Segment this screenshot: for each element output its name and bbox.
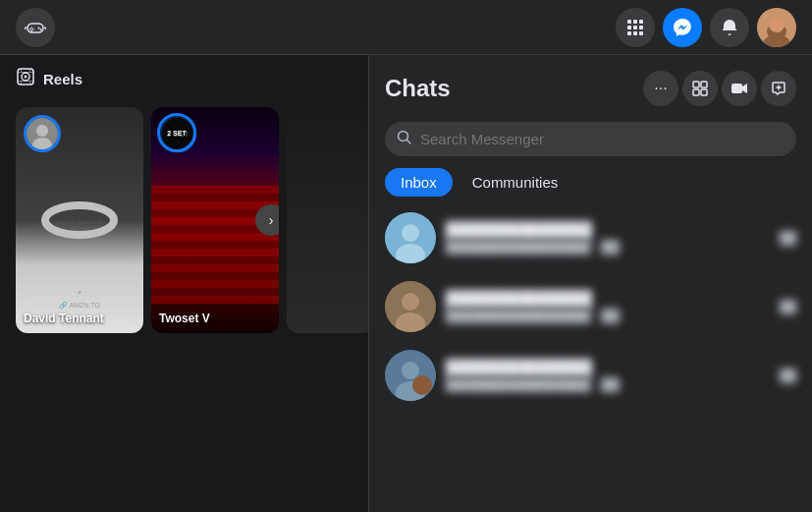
chats-actions: ··· — [643, 71, 796, 106]
chat-time-2: ██ — [780, 300, 796, 313]
svg-rect-15 — [639, 31, 643, 35]
chat-avatar-2 — [385, 281, 436, 332]
chat-name-1: ██████████████ — [446, 221, 770, 238]
theater-seats — [151, 186, 279, 304]
reel-name-1: David Tennant — [24, 312, 135, 325]
svg-rect-11 — [633, 26, 637, 29]
tab-communities[interactable]: Communities — [457, 168, 574, 197]
chat-name-3: ██████████████ — [446, 359, 770, 375]
reel-avatar-1 — [24, 115, 61, 152]
svg-rect-9 — [639, 20, 643, 24]
expand-btn[interactable] — [682, 71, 718, 106]
svg-rect-37 — [701, 89, 707, 95]
svg-rect-0 — [27, 24, 43, 32]
svg-rect-36 — [693, 89, 699, 95]
svg-point-6 — [40, 28, 42, 30]
bell-icon-btn[interactable] — [710, 8, 749, 47]
svg-rect-23 — [18, 72, 33, 73]
gamepad-icon[interactable] — [16, 8, 55, 47]
search-input[interactable] — [420, 131, 785, 147]
svg-rect-3 — [32, 28, 34, 30]
chat-item-1[interactable]: ██████████████ ████████████████ · ██ ██ — [377, 204, 804, 271]
video-call-btn[interactable] — [722, 71, 757, 106]
reel-card-david-tennant[interactable]: HELLO SWEETIE · · · ♥ · · · 🔗 AMZN.TO Da… — [16, 107, 143, 333]
svg-point-45 — [402, 293, 419, 311]
chat-preview-2: ████████████████ · ██ — [446, 309, 770, 323]
reel-card-3[interactable] — [287, 107, 368, 333]
chat-time-3: ██ — [780, 369, 796, 382]
tab-inbox[interactable]: Inbox — [385, 168, 453, 197]
svg-rect-26 — [29, 69, 30, 72]
main-content: Reels HELLO SWEETIE — [0, 55, 812, 512]
svg-rect-34 — [693, 82, 699, 87]
search-icon — [397, 130, 412, 148]
chat-item-3[interactable]: ██████████████ ████████████████ · ██ ██ — [377, 342, 804, 409]
svg-rect-14 — [633, 31, 637, 35]
reels-container: HELLO SWEETIE · · · ♥ · · · 🔗 AMZN.TO Da… — [0, 103, 368, 337]
svg-point-50 — [412, 375, 432, 395]
chat-info-1: ██████████████ ████████████████ · ██ — [446, 221, 770, 255]
chats-header: Chats ··· — [369, 55, 812, 114]
chat-preview-1: ████████████████ · ██ — [446, 240, 770, 255]
tabs-row: Inbox Communities — [369, 164, 812, 204]
next-reel-btn[interactable]: › — [255, 204, 279, 236]
chats-title: Chats — [385, 75, 451, 102]
svg-rect-35 — [701, 82, 707, 87]
svg-point-5 — [38, 27, 40, 28]
svg-rect-24 — [18, 81, 33, 82]
svg-rect-13 — [627, 31, 631, 35]
svg-rect-2 — [29, 28, 31, 30]
reel-name-2: Twoset V — [159, 312, 271, 325]
svg-point-30 — [36, 125, 48, 137]
svg-point-42 — [402, 224, 419, 242]
svg-rect-25 — [21, 69, 22, 72]
svg-rect-1 — [31, 27, 33, 28]
svg-point-22 — [25, 76, 27, 79]
reel-card-twoset[interactable]: 2 SET 2 SET Twoset V › — [151, 107, 279, 333]
svg-point-18 — [769, 17, 785, 32]
reel-dots: · · · ♥ · · · — [66, 289, 93, 296]
svg-point-48 — [402, 362, 419, 379]
chat-item-2[interactable]: ██████████████ ████████████████ · ██ ██ — [377, 273, 804, 340]
user-avatar-btn[interactable] — [757, 8, 796, 47]
more-options-btn[interactable]: ··· — [643, 71, 678, 106]
reels-label: Reels — [43, 71, 82, 87]
svg-rect-12 — [639, 26, 643, 29]
svg-rect-8 — [633, 20, 637, 24]
svg-rect-38 — [731, 84, 742, 93]
reel-amazon-link: 🔗 AMZN.TO — [59, 302, 100, 310]
nav-left — [16, 8, 55, 47]
svg-rect-4 — [31, 29, 33, 31]
svg-rect-7 — [627, 20, 631, 24]
chats-panel: Chats ··· — [368, 55, 812, 512]
chat-info-3: ██████████████ ████████████████ · ██ — [446, 359, 770, 392]
svg-rect-27 — [21, 82, 22, 85]
chat-preview-3: ████████████████ · ██ — [446, 377, 770, 392]
chat-info-2: ██████████████ ████████████████ · ██ — [446, 290, 770, 323]
reels-header: Reels — [0, 55, 368, 103]
chat-avatar-1 — [385, 212, 436, 263]
svg-line-40 — [407, 141, 411, 144]
chat-list: ██████████████ ████████████████ · ██ ██ … — [369, 204, 812, 512]
messenger-icon-btn[interactable] — [663, 8, 702, 47]
chat-avatar-3 — [385, 350, 436, 401]
set-badge-circle: 2 SET — [157, 113, 196, 152]
chat-name-2: ██████████████ — [446, 290, 770, 307]
new-chat-btn[interactable] — [761, 71, 796, 106]
left-panel: Reels HELLO SWEETIE — [0, 55, 368, 512]
nav-right — [616, 8, 796, 47]
chat-time-1: ██ — [780, 231, 796, 245]
top-navigation — [0, 0, 812, 55]
reels-icon — [16, 67, 35, 91]
svg-text:HELLO SWEETIE: HELLO SWEETIE — [56, 219, 103, 225]
svg-rect-28 — [29, 82, 30, 85]
svg-rect-10 — [627, 26, 631, 29]
search-bar[interactable] — [385, 122, 796, 156]
grid-icon-btn[interactable] — [616, 8, 655, 47]
